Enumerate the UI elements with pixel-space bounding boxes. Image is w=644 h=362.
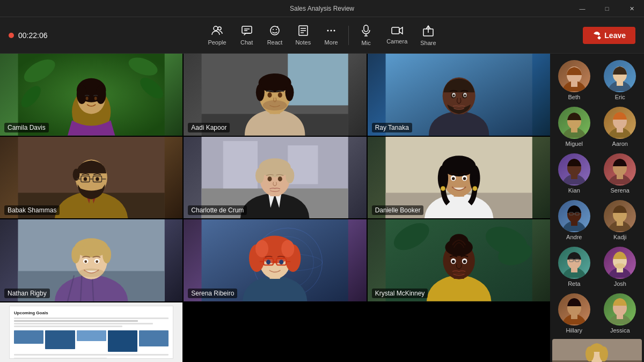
svg-point-14 xyxy=(334,29,335,31)
svg-rect-152 xyxy=(571,267,577,272)
camera-icon xyxy=(391,26,403,36)
video-tile-babak[interactable]: Babak Shammas xyxy=(0,137,182,219)
svg-point-85 xyxy=(473,186,477,190)
svg-rect-135 xyxy=(617,80,623,86)
video-grid: Camila Davis xyxy=(0,54,550,362)
svg-point-112 xyxy=(282,240,295,257)
toolbar-center: People Chat xyxy=(165,21,479,49)
video-tile-screen-share[interactable]: Upcoming Goals xyxy=(0,302,182,362)
avatar-andre xyxy=(558,200,590,232)
video-tile-charlotte[interactable]: Charlotte de Crum xyxy=(184,137,366,219)
screen-line-5 xyxy=(14,354,169,356)
sidebar-participant-beth[interactable]: Beth xyxy=(552,58,596,102)
sidebar-participant-miguel[interactable]: Miguel xyxy=(552,105,596,149)
svg-rect-68 xyxy=(223,141,258,188)
close-button[interactable]: ✕ xyxy=(619,0,644,17)
timer-display: 00:22:06 xyxy=(18,31,48,40)
leave-button[interactable]: Leave xyxy=(583,27,635,44)
sidebar-participant-kadji[interactable]: Kadji xyxy=(598,198,642,242)
react-label: React xyxy=(267,39,283,46)
svg-point-65 xyxy=(96,177,99,181)
screen-chart xyxy=(14,330,169,352)
video-tile-krystal[interactable]: Krystal McKinney xyxy=(368,219,550,301)
sidebar-participant-eric[interactable]: Eric xyxy=(598,58,642,102)
sidebar-participant-josh[interactable]: Josh xyxy=(598,245,642,289)
camera-button[interactable]: Camera xyxy=(381,23,413,48)
avatar-josh xyxy=(604,247,636,279)
screen-line-2 xyxy=(14,320,138,322)
more-button[interactable]: More xyxy=(318,22,344,49)
name-kian: Kian xyxy=(553,187,595,194)
tile-name-ray: Ray Tanaka xyxy=(372,123,412,132)
people-button[interactable]: People xyxy=(202,22,231,49)
minimize-button[interactable]: — xyxy=(570,0,595,17)
sidebar-participant-jessica[interactable]: Jessica xyxy=(598,291,642,336)
name-aaron: Aaron xyxy=(599,141,641,147)
svg-rect-15 xyxy=(364,25,368,32)
svg-rect-160 xyxy=(571,313,577,319)
svg-point-12 xyxy=(327,29,329,31)
react-icon xyxy=(269,25,280,38)
svg-point-40 xyxy=(256,84,265,101)
video-tile-nathan[interactable]: Nathan Rigby xyxy=(0,219,182,301)
video-tile-aadi[interactable]: Aadi Kapoor xyxy=(184,54,366,136)
svg-point-119 xyxy=(280,260,284,264)
sidebar-participant-aaron[interactable]: Aaron xyxy=(598,105,642,149)
maximize-button[interactable]: □ xyxy=(595,0,619,17)
avatar-eric xyxy=(604,60,636,92)
name-miguel: Miguel xyxy=(553,141,595,147)
tile-name-babak: Babak Shammas xyxy=(4,205,60,215)
video-tile-camila[interactable]: Camila Davis xyxy=(0,54,182,136)
svg-point-76 xyxy=(278,176,282,181)
participants-sidebar: Beth Eric xyxy=(550,54,644,362)
avatar-reta xyxy=(558,247,590,279)
svg-point-96 xyxy=(103,246,111,263)
svg-rect-143 xyxy=(617,173,623,179)
toolbar: 00:22:06 People xyxy=(0,17,644,54)
chat-button[interactable]: Chat xyxy=(234,22,260,49)
sidebar-participant-kian[interactable]: Kian xyxy=(552,151,596,196)
screen-doc-title: Upcoming Goals xyxy=(14,311,169,315)
sidebar-participant-reta[interactable]: Reta xyxy=(552,245,596,289)
svg-point-13 xyxy=(331,29,332,31)
people-icon xyxy=(211,25,223,38)
tile-name-serena-r: Serena Ribeiro xyxy=(188,289,237,298)
mic-icon xyxy=(362,25,370,38)
svg-point-41 xyxy=(286,84,294,101)
video-tile-danielle[interactable]: Danielle Booker xyxy=(368,137,550,219)
share-button[interactable]: Share xyxy=(415,21,441,49)
svg-point-1 xyxy=(218,27,221,30)
sidebar-last-preview[interactable] xyxy=(552,339,642,362)
avatar-hillary xyxy=(558,293,590,326)
avatar-beth xyxy=(558,60,590,92)
leave-label: Leave xyxy=(604,31,626,40)
notes-button[interactable]: Notes xyxy=(290,22,316,49)
svg-point-43 xyxy=(268,92,272,98)
title-bar: Sales Analysis Review — □ ✕ xyxy=(0,0,644,17)
svg-point-101 xyxy=(96,261,98,263)
toolbar-divider xyxy=(348,26,349,45)
avatar-aaron xyxy=(604,107,636,139)
sidebar-participant-andre[interactable]: Andre xyxy=(552,198,596,242)
svg-point-32 xyxy=(86,97,89,100)
svg-point-166 xyxy=(586,346,594,361)
mic-label: Mic xyxy=(362,40,371,46)
svg-point-7 xyxy=(276,29,277,30)
name-reta: Reta xyxy=(553,280,595,287)
svg-rect-150 xyxy=(617,220,623,226)
svg-point-53 xyxy=(464,94,466,97)
chat-icon xyxy=(241,25,252,38)
screen-line-1 xyxy=(14,317,169,319)
name-beth: Beth xyxy=(553,94,595,100)
mic-button[interactable]: Mic xyxy=(353,21,379,49)
sidebar-participant-hillary[interactable]: Hillary xyxy=(552,291,596,336)
svg-rect-145 xyxy=(571,220,577,226)
share-icon xyxy=(423,25,434,38)
avatar-kadji xyxy=(604,200,636,232)
sidebar-participant-serena[interactable]: Serena xyxy=(598,151,642,196)
video-tile-ray[interactable]: Ray Tanaka xyxy=(368,54,550,136)
name-eric: Eric xyxy=(599,94,641,100)
react-button[interactable]: React xyxy=(262,22,288,49)
video-tile-serena[interactable]: Serena Ribeiro xyxy=(184,219,366,301)
record-indicator xyxy=(9,33,14,38)
